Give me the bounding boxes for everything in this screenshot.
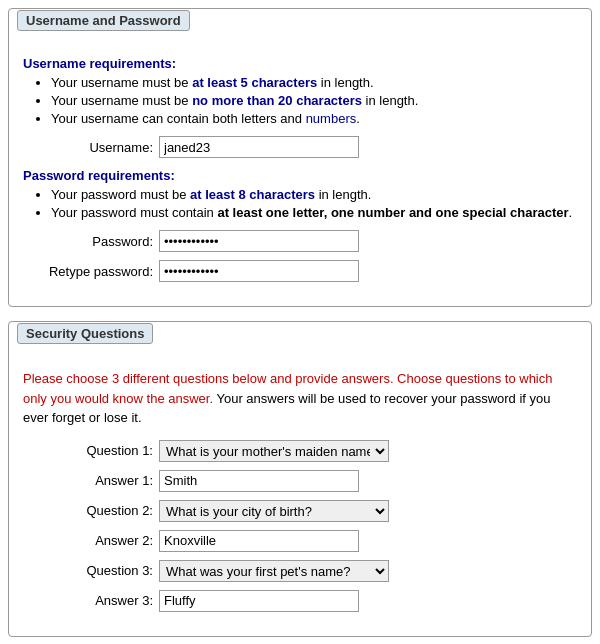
retype-password-row: Retype password:	[23, 260, 577, 282]
question2-label: Question 2:	[23, 503, 153, 518]
password-rule-1: Your password must be at least 8 charact…	[51, 187, 577, 202]
question3-row: Question 3: What is your mother's maiden…	[23, 560, 577, 582]
username-rule-2: Your username must be no more than 20 ch…	[51, 93, 577, 108]
password-req-label: Password requirements:	[23, 168, 577, 183]
username-input[interactable]	[159, 136, 359, 158]
question3-select[interactable]: What is your mother's maiden name? What …	[159, 560, 389, 582]
password-rules-list: Your password must be at least 8 charact…	[51, 187, 577, 220]
retype-password-input[interactable]	[159, 260, 359, 282]
password-input[interactable]	[159, 230, 359, 252]
username-req-label: Username requirements:	[23, 56, 577, 71]
retype-password-label: Retype password:	[23, 264, 153, 279]
answer1-label: Answer 1:	[23, 473, 153, 488]
answer2-row: Answer 2:	[23, 530, 577, 552]
username-password-title: Username and Password	[17, 10, 190, 31]
answer1-input[interactable]	[159, 470, 359, 492]
username-password-section: Username and Password Username requireme…	[8, 8, 592, 307]
username-rule-1: Your username must be at least 5 charact…	[51, 75, 577, 90]
answer2-label: Answer 2:	[23, 533, 153, 548]
section-header: Username and Password	[9, 8, 591, 46]
security-questions-section: Security Questions Please choose 3 diffe…	[8, 321, 592, 637]
username-row: Username:	[23, 136, 577, 158]
answer3-input[interactable]	[159, 590, 359, 612]
question1-row: Question 1: What is your mother's maiden…	[23, 440, 577, 462]
password-row: Password:	[23, 230, 577, 252]
question3-label: Question 3:	[23, 563, 153, 578]
password-rule-2: Your password must contain at least one …	[51, 205, 577, 220]
answer3-label: Answer 3:	[23, 593, 153, 608]
question2-select[interactable]: What is your mother's maiden name? What …	[159, 500, 389, 522]
question1-select[interactable]: What is your mother's maiden name? What …	[159, 440, 389, 462]
answer3-row: Answer 3:	[23, 590, 577, 612]
security-section-header: Security Questions	[9, 321, 591, 359]
answer2-input[interactable]	[159, 530, 359, 552]
question2-row: Question 2: What is your mother's maiden…	[23, 500, 577, 522]
question1-label: Question 1:	[23, 443, 153, 458]
security-questions-title: Security Questions	[17, 323, 153, 344]
answer1-row: Answer 1:	[23, 470, 577, 492]
username-label: Username:	[23, 140, 153, 155]
password-label: Password:	[23, 234, 153, 249]
username-rule-3: Your username can contain both letters a…	[51, 111, 577, 126]
security-intro-text: Please choose 3 different questions belo…	[23, 369, 577, 428]
username-rules-list: Your username must be at least 5 charact…	[51, 75, 577, 126]
